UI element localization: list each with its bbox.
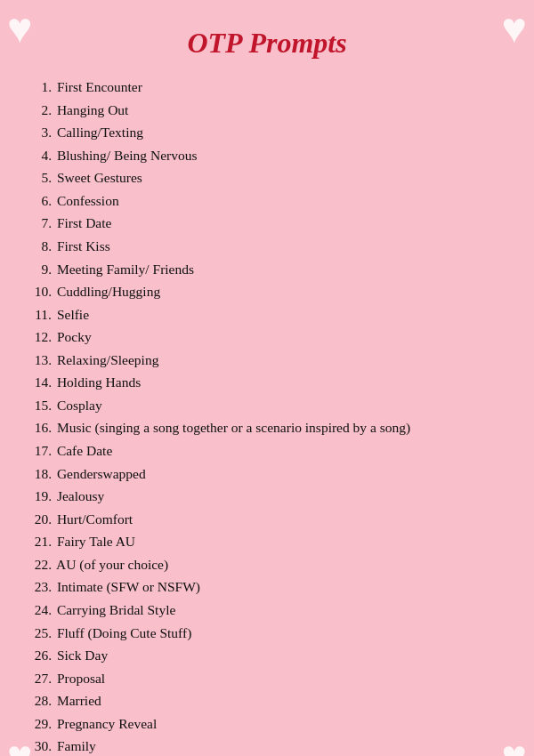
prompt-number: 25. bbox=[27, 622, 52, 645]
prompt-text: Blushing/ Being Nervous bbox=[53, 148, 197, 163]
heart-bottom-left-icon: ♥ bbox=[7, 735, 33, 756]
prompt-text: Pregnancy Reveal bbox=[53, 716, 157, 731]
list-item: 15. Cosplay bbox=[27, 394, 507, 417]
prompt-number: 14. bbox=[27, 371, 52, 394]
list-item: 20. Hurt/Comfort bbox=[27, 508, 507, 531]
list-item: 19. Jealousy bbox=[27, 485, 507, 508]
list-item: 23. Intimate (SFW or NSFW) bbox=[27, 575, 507, 599]
prompt-text: Confession bbox=[53, 193, 119, 208]
prompt-number: 21. bbox=[27, 530, 52, 553]
prompt-number: 10. bbox=[27, 280, 52, 303]
prompt-number: 22. bbox=[27, 553, 52, 576]
heart-top-left-icon: ♥ bbox=[7, 7, 33, 50]
list-item: 4. Blushing/ Being Nervous bbox=[27, 144, 507, 167]
prompt-number: 20. bbox=[27, 508, 52, 531]
list-item: 28. Married bbox=[27, 689, 507, 712]
prompt-text: AU (of your choice) bbox=[53, 557, 168, 572]
list-item: 25. Fluff (Doing Cute Stuff) bbox=[27, 622, 507, 645]
prompt-text: Holding Hands bbox=[53, 374, 141, 390]
list-item: 10. Cuddling/Hugging bbox=[27, 280, 507, 303]
list-item: 8. First Kiss bbox=[27, 235, 507, 258]
list-item: 30. Family bbox=[27, 735, 507, 756]
prompt-number: 5. bbox=[27, 166, 52, 189]
heart-bottom-right-icon: ♥ bbox=[502, 735, 528, 756]
list-item: 29. Pregnancy Reveal bbox=[27, 712, 507, 736]
list-item: 5. Sweet Gestures bbox=[27, 166, 507, 189]
list-item: 21. Fairy Tale AU bbox=[27, 530, 507, 553]
prompt-text: Music (singing a song together or a scen… bbox=[53, 420, 410, 435]
prompt-text: Fluff (Doing Cute Stuff) bbox=[53, 625, 191, 640]
list-item: 2. Hanging Out bbox=[27, 99, 507, 122]
prompt-text: First Date bbox=[53, 215, 111, 230]
prompt-number: 13. bbox=[27, 349, 52, 372]
prompt-text: Sick Day bbox=[53, 647, 108, 663]
prompt-number: 8. bbox=[27, 235, 52, 258]
prompts-list: 1. First Encounter2. Hanging Out3. Calli… bbox=[27, 76, 507, 756]
prompt-text: Relaxing/Sleeping bbox=[53, 352, 158, 367]
list-item: 14. Holding Hands bbox=[27, 371, 507, 394]
prompt-text: Proposal bbox=[53, 671, 105, 686]
prompt-text: Selfie bbox=[53, 307, 89, 322]
prompt-text: Married bbox=[53, 693, 101, 708]
prompt-number: 18. bbox=[27, 462, 52, 486]
prompt-text: Hurt/Comfort bbox=[53, 511, 133, 527]
prompt-text: Hanging Out bbox=[53, 102, 128, 117]
prompt-number: 19. bbox=[27, 485, 52, 508]
prompt-text: First Encounter bbox=[53, 79, 142, 94]
page-title: OTP Prompts bbox=[27, 27, 507, 60]
list-item: 13. Relaxing/Sleeping bbox=[27, 349, 507, 372]
page-container: ♥ ♥ ♥ ♥ OTP Prompts 1. First Encounter2.… bbox=[0, 0, 534, 756]
heart-top-right-icon: ♥ bbox=[502, 7, 528, 50]
prompt-number: 28. bbox=[27, 689, 52, 712]
prompt-text: Cosplay bbox=[53, 398, 102, 413]
list-item: 16. Music (singing a song together or a … bbox=[27, 416, 507, 439]
list-item: 6. Confession bbox=[27, 189, 507, 213]
list-item: 22. AU (of your choice) bbox=[27, 553, 507, 576]
list-item: 26. Sick Day bbox=[27, 644, 507, 667]
prompt-text: Cuddling/Hugging bbox=[53, 284, 160, 299]
prompt-text: Family bbox=[53, 738, 96, 753]
prompt-text: Sweet Gestures bbox=[53, 170, 142, 185]
prompt-text: First Kiss bbox=[53, 238, 110, 253]
list-item: 7. First Date bbox=[27, 212, 507, 235]
list-item: 12. Pocky bbox=[27, 326, 507, 349]
list-item: 11. Selfie bbox=[27, 303, 507, 326]
list-item: 27. Proposal bbox=[27, 667, 507, 690]
prompt-number: 1. bbox=[27, 76, 52, 99]
prompt-number: 27. bbox=[27, 667, 52, 690]
prompt-number: 11. bbox=[27, 303, 52, 326]
prompt-text: Cafe Date bbox=[53, 443, 112, 458]
prompt-number: 16. bbox=[27, 416, 52, 439]
prompt-number: 7. bbox=[27, 212, 52, 235]
prompt-text: Meeting Family/ Friends bbox=[53, 261, 194, 277]
prompt-text: Fairy Tale AU bbox=[53, 534, 135, 549]
list-item: 3. Calling/Texting bbox=[27, 121, 507, 144]
prompt-number: 2. bbox=[27, 99, 52, 122]
prompt-text: Jealousy bbox=[53, 488, 104, 503]
prompt-text: Intimate (SFW or NSFW) bbox=[53, 579, 200, 594]
prompt-number: 6. bbox=[27, 189, 52, 213]
list-item: 1. First Encounter bbox=[27, 76, 507, 99]
prompt-number: 15. bbox=[27, 394, 52, 417]
list-item: 18. Genderswapped bbox=[27, 462, 507, 486]
prompt-number: 17. bbox=[27, 439, 52, 462]
prompt-number: 9. bbox=[27, 258, 52, 281]
prompt-number: 12. bbox=[27, 326, 52, 349]
prompt-text: Pocky bbox=[53, 329, 92, 344]
list-item: 9. Meeting Family/ Friends bbox=[27, 258, 507, 281]
prompt-text: Carrying Bridal Style bbox=[53, 602, 175, 617]
prompt-number: 3. bbox=[27, 121, 52, 144]
prompt-number: 23. bbox=[27, 575, 52, 599]
prompt-text: Calling/Texting bbox=[53, 125, 143, 140]
prompt-number: 4. bbox=[27, 144, 52, 167]
prompt-number: 26. bbox=[27, 644, 52, 667]
prompt-number: 24. bbox=[27, 599, 52, 622]
list-item: 17. Cafe Date bbox=[27, 439, 507, 462]
list-item: 24. Carrying Bridal Style bbox=[27, 599, 507, 622]
prompt-text: Genderswapped bbox=[53, 466, 146, 481]
